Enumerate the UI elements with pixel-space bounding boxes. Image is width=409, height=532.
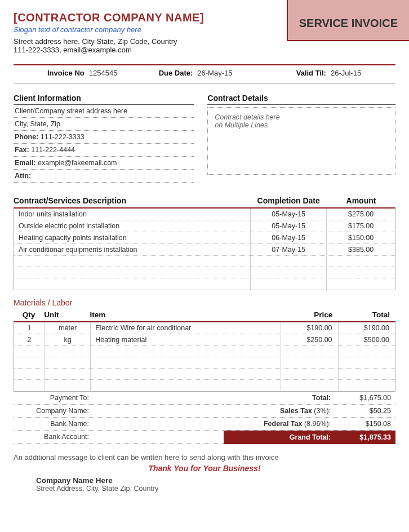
material-cell-unit: kg xyxy=(45,334,90,345)
materials-header-unit: Unit xyxy=(44,311,90,319)
material-row xyxy=(14,369,395,380)
footer-company-address: Street Address, City, State Zip, Country xyxy=(36,485,395,493)
services-header-date: Completion Date xyxy=(250,196,327,205)
material-cell-qty xyxy=(14,357,45,368)
material-cell-unit xyxy=(45,346,90,357)
material-cell-price xyxy=(281,357,337,368)
valid-til: 26-Jul-15 xyxy=(331,69,361,77)
services-header-amount: Amount xyxy=(327,196,395,205)
material-cell-price: $190.00 xyxy=(281,322,337,334)
payment-row: Bank Name: xyxy=(14,418,224,431)
client-row-value: City, State, Zip xyxy=(15,120,60,128)
material-cell-item xyxy=(90,369,281,379)
services-header-desc: Contract/Services Description xyxy=(14,196,250,205)
materials-header-qty: Qty xyxy=(14,311,44,319)
service-cell-desc: Air conditionar equipments installation xyxy=(14,244,250,255)
material-cell-item: Heating material xyxy=(90,334,281,345)
material-cell-item xyxy=(90,380,281,391)
service-cell-amt xyxy=(326,278,395,290)
client-row-value: 111-222-3333 xyxy=(41,133,85,141)
service-cell-desc: Indor units installation xyxy=(14,209,250,220)
service-cell-desc xyxy=(14,278,250,290)
service-row xyxy=(14,267,395,278)
material-cell-price xyxy=(281,369,337,379)
total-label: Total: xyxy=(224,394,335,402)
material-cell-price: $250.00 xyxy=(281,334,337,345)
material-row: 1meterElectric Wire for air conditionar$… xyxy=(14,322,395,334)
contract-line-1: Contract details here xyxy=(215,113,388,121)
payment-to-section: Payment To:Company Name:Bank Name:Bank A… xyxy=(14,392,224,444)
client-row-value: 111-222-4444 xyxy=(31,146,75,154)
invoice-badge: SERVICE INVOICE xyxy=(287,0,409,41)
material-cell-price xyxy=(281,380,337,391)
material-cell-qty: 2 xyxy=(14,334,45,345)
total-pct: (3%): xyxy=(312,407,331,415)
service-cell-date: 05-May-15 xyxy=(250,209,326,220)
materials-header-item: Item xyxy=(90,311,281,319)
material-cell-item: Electric Wire for air conditionar xyxy=(90,322,281,334)
client-row-value: Client/Company street address here xyxy=(15,107,127,115)
service-cell-amt xyxy=(326,256,395,267)
service-row xyxy=(14,278,395,290)
payment-row: Company Name: xyxy=(14,405,224,418)
contract-details-heading: Contract Details xyxy=(207,94,395,105)
service-cell-amt: $175.00 xyxy=(326,220,395,232)
total-value: $150.08 xyxy=(335,420,395,428)
material-cell-qty xyxy=(14,380,45,391)
material-cell-total: $190.00 xyxy=(338,322,395,334)
total-label: Sales Tax (3%): xyxy=(224,407,335,415)
material-cell-total xyxy=(338,380,395,391)
materials-heading: Materials / Labor xyxy=(14,298,395,307)
client-row: City, State, Zip xyxy=(14,118,194,131)
service-cell-date xyxy=(250,267,326,278)
valid-til-label: Valid Til: xyxy=(296,69,326,77)
contract-details-box: Contract Details Contract details here o… xyxy=(207,94,395,183)
material-row: 2kgHeating material$250.00$500.00 xyxy=(14,334,395,346)
service-cell-desc: Outside electric point installation xyxy=(14,220,250,232)
payment-label: Bank Account: xyxy=(14,433,92,441)
total-label: Federal Tax (8.96%): xyxy=(224,420,335,428)
invoice-no: 1254545 xyxy=(89,69,118,77)
contract-details-text: Contract details here on Multiple Lines xyxy=(207,107,395,175)
total-row: Sales Tax (3%):$50.25 xyxy=(224,405,395,418)
invoice-no-label: Invoice No xyxy=(47,69,85,77)
material-cell-qty xyxy=(14,369,45,379)
material-cell-qty xyxy=(14,346,45,357)
total-pct: (8.96%): xyxy=(302,420,331,428)
material-cell-unit: meter xyxy=(45,322,90,334)
payment-label: Payment To: xyxy=(14,394,92,402)
client-row: Fax: 111-222-4444 xyxy=(14,144,194,157)
client-row: Attn: xyxy=(14,170,194,183)
service-cell-amt xyxy=(326,267,395,278)
grand-total-label: Grand Total: xyxy=(224,433,335,441)
payment-row: Bank Account: xyxy=(14,431,224,444)
service-row: Outside electric point installation05-Ma… xyxy=(14,220,395,232)
grand-total-row: Grand Total: $1,875.33 xyxy=(224,431,395,444)
client-info-heading: Client Information xyxy=(14,94,194,105)
client-row: Client/Company street address here xyxy=(14,105,194,118)
payment-label: Bank Name: xyxy=(14,420,92,428)
material-cell-total xyxy=(338,357,395,368)
material-cell-item xyxy=(90,346,281,357)
service-row: Indor units installation05-May-15$275.00 xyxy=(14,209,395,220)
invoice-meta-row: Invoice No 1254545 Due Date: 26-May-15 V… xyxy=(14,65,395,83)
service-cell-date xyxy=(250,278,326,290)
payment-row: Payment To: xyxy=(14,392,224,405)
company-contact: 111-222-3333, email@example.com xyxy=(14,46,395,54)
service-cell-desc: Heating capacity points installation xyxy=(14,232,250,243)
due-date-label: Due Date: xyxy=(159,69,193,77)
material-cell-price xyxy=(281,346,337,357)
material-row xyxy=(14,380,395,391)
total-value: $50.25 xyxy=(335,407,395,415)
grand-total-value: $1,875.33 xyxy=(335,433,395,441)
totals-section: Total:$1,675.00Sales Tax (3%):$50.25Fede… xyxy=(224,392,395,444)
payment-label: Company Name: xyxy=(14,407,92,415)
thank-you-message: Thank You for Your Business! xyxy=(14,464,395,473)
material-cell-unit xyxy=(45,369,90,379)
material-cell-total xyxy=(338,346,395,357)
client-information-box: Client Information Client/Company street… xyxy=(14,94,194,183)
total-value: $1,675.00 xyxy=(335,394,395,402)
client-row-label: Attn: xyxy=(15,172,31,180)
material-cell-total: $500.00 xyxy=(338,334,395,345)
material-row xyxy=(14,346,395,357)
